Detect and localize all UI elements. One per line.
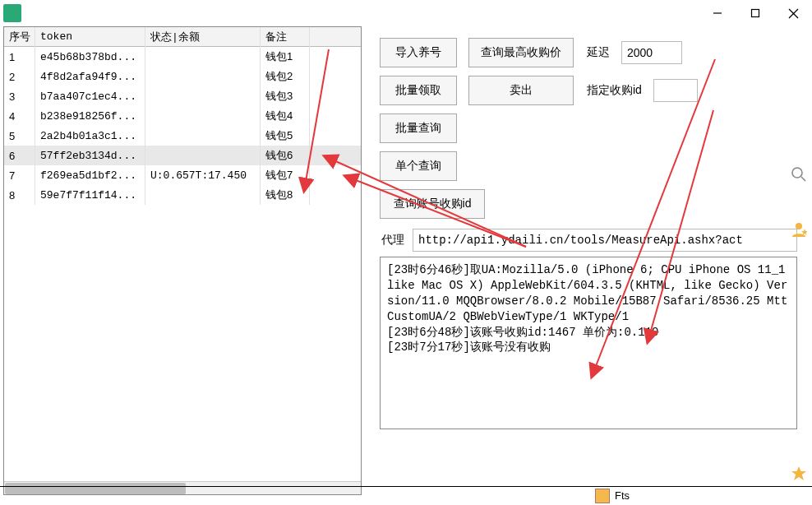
svg-point-10 xyxy=(792,168,802,178)
side-toolbar xyxy=(789,164,809,484)
import-button[interactable]: 导入养号 xyxy=(380,38,457,67)
user-avatar-icon[interactable] xyxy=(595,489,610,503)
table-row[interactable]: 657ff2eb3134d...钱包6 xyxy=(4,146,361,165)
table-cell: 钱包1 xyxy=(261,47,310,67)
th-token: token xyxy=(35,27,145,47)
titlebar xyxy=(0,0,812,26)
star-user-icon[interactable] xyxy=(789,219,809,239)
table-cell xyxy=(145,146,261,165)
table-cell: b7aa407c1ec4... xyxy=(35,86,145,106)
purchase-id-label: 指定收购id xyxy=(587,83,642,98)
table-row[interactable]: 52a2b4b01a3c1...钱包5 xyxy=(4,126,361,146)
maximize-button[interactable] xyxy=(736,0,774,26)
search-icon[interactable] xyxy=(789,164,809,184)
table-row[interactable]: 859e7f7f11f14...钱包8 xyxy=(4,185,361,205)
table-cell: 3 xyxy=(4,86,35,106)
delay-label: 延迟 xyxy=(587,45,610,60)
table-cell xyxy=(145,86,261,106)
table-cell: 4 xyxy=(4,106,35,126)
app-icon xyxy=(3,4,21,22)
table-cell xyxy=(145,126,261,146)
table-cell: 钱包8 xyxy=(261,185,310,205)
table-cell: 钱包3 xyxy=(261,86,310,106)
sell-button[interactable]: 卖出 xyxy=(468,76,574,105)
table-row[interactable]: 7f269ea5d1bf2...U:0.657T:17.450钱包7 xyxy=(4,165,361,185)
table-row[interactable]: 4b238e918256f...钱包4 xyxy=(4,106,361,126)
table-row[interactable]: 24f8d2afa94f9...钱包2 xyxy=(4,67,361,86)
status-bar: Fts xyxy=(0,486,812,504)
table-row[interactable]: 1e45b68b378bd...钱包1 xyxy=(4,47,361,67)
controls-panel: 导入养号 查询最高收购价 延迟 批量领取 卖出 指定收购id 批量查询 单个查询… xyxy=(362,26,812,495)
token-table[interactable]: 序号 token 状态|余额 备注 1e45b68b378bd...钱包124f… xyxy=(4,27,361,481)
table-cell: 2 xyxy=(4,67,35,86)
table-cell: 7 xyxy=(4,165,35,185)
table-cell: 57ff2eb3134d... xyxy=(35,146,145,165)
token-table-panel: 序号 token 状态|余额 备注 1e45b68b378bd...钱包124f… xyxy=(3,26,362,495)
proxy-input[interactable] xyxy=(413,229,797,252)
batch-query-button[interactable]: 批量查询 xyxy=(380,114,457,143)
table-cell: 5 xyxy=(4,126,35,146)
single-query-button[interactable]: 单个查询 xyxy=(380,151,457,181)
table-cell: e45b68b378bd... xyxy=(35,47,145,67)
table-cell xyxy=(145,185,261,205)
batch-claim-button[interactable]: 批量领取 xyxy=(380,76,457,105)
table-cell: U:0.657T:17.450 xyxy=(145,165,261,185)
table-cell: 6 xyxy=(4,146,35,165)
delay-input[interactable] xyxy=(621,41,682,64)
table-cell xyxy=(145,67,261,86)
table-cell: 钱包5 xyxy=(261,126,310,146)
table-cell: 1 xyxy=(4,47,35,67)
table-cell: 2a2b4b01a3c1... xyxy=(35,126,145,146)
table-cell xyxy=(145,47,261,67)
table-cell: 59e7f7f11f14... xyxy=(35,185,145,205)
table-header: 序号 token 状态|余额 备注 xyxy=(4,27,361,47)
svg-marker-14 xyxy=(791,466,806,480)
table-row[interactable]: 3b7aa407c1ec4...钱包3 xyxy=(4,86,361,106)
table-cell: 钱包6 xyxy=(261,146,310,165)
purchase-id-input[interactable] xyxy=(653,79,698,102)
table-cell: 钱包2 xyxy=(261,67,310,86)
star-icon[interactable] xyxy=(789,464,809,484)
th-idx: 序号 xyxy=(4,27,35,47)
table-cell xyxy=(145,106,261,126)
query-max-price-button[interactable]: 查询最高收购价 xyxy=(468,38,574,67)
th-status: 状态|余额 xyxy=(145,27,261,47)
svg-point-12 xyxy=(796,223,802,229)
table-cell: 钱包4 xyxy=(261,106,310,126)
table-cell: 8 xyxy=(4,185,35,205)
query-account-purchase-id-button[interactable]: 查询账号收购id xyxy=(380,189,485,219)
table-cell: b238e918256f... xyxy=(35,106,145,126)
table-cell: 4f8d2afa94f9... xyxy=(35,67,145,86)
username-label: Fts xyxy=(615,489,630,502)
minimize-button[interactable] xyxy=(699,0,736,26)
close-button[interactable] xyxy=(774,0,812,26)
table-cell: 钱包7 xyxy=(261,165,310,185)
proxy-label: 代理 xyxy=(381,233,404,248)
table-cell: f269ea5d1bf2... xyxy=(35,165,145,185)
svg-line-11 xyxy=(801,177,805,181)
th-note: 备注 xyxy=(261,27,310,47)
svg-rect-1 xyxy=(752,10,759,17)
log-output[interactable]: [23时6分46秒]取UA:Mozilla/5.0 (iPhone 6; CPU… xyxy=(380,257,797,429)
